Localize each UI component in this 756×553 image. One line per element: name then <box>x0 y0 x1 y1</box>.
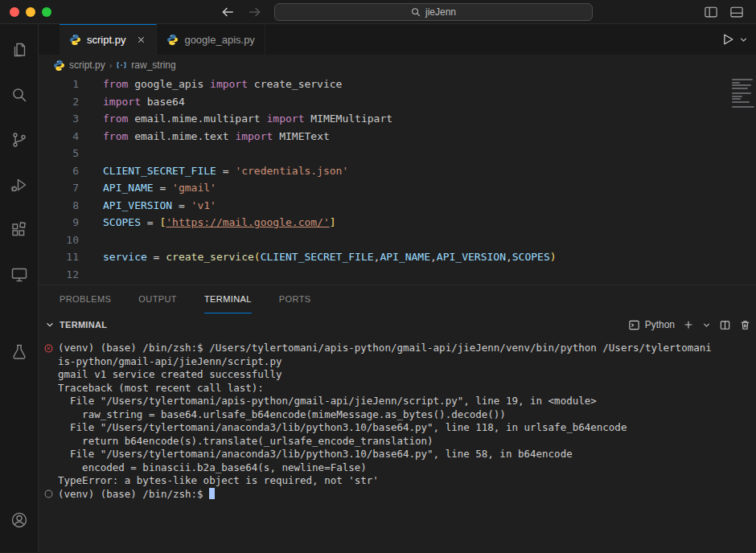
decoration-gutter <box>39 395 58 408</box>
layout-controls <box>703 0 756 24</box>
zoom-window-button[interactable] <box>42 7 51 17</box>
editor-tab[interactable]: script.py <box>60 24 157 55</box>
bottom-panel: PROBLEMSOUTPUTTERMINALPORTS TERMINAL <box>39 285 756 552</box>
code-line[interactable]: 2import base64 <box>39 93 756 111</box>
editor-actions <box>720 24 756 55</box>
code-line[interactable]: 10 <box>39 231 756 249</box>
terminal-line: (venv) (base) /bin/zsh:$ /Users/tylertom… <box>39 342 756 355</box>
new-terminal-button[interactable] <box>683 319 694 330</box>
terminal-text: Traceback (most recent call last): <box>58 382 264 395</box>
line-number: 7 <box>39 179 79 197</box>
line-number: 6 <box>39 162 79 180</box>
line-number: 8 <box>39 197 79 215</box>
kill-terminal-button[interactable] <box>739 319 751 331</box>
command-center-search[interactable]: jieJenn <box>274 3 593 21</box>
minimap[interactable] <box>729 78 756 109</box>
breadcrumb-label: script.py <box>69 59 105 71</box>
decoration-gutter <box>39 421 58 435</box>
breadcrumb-item[interactable]: raw_string <box>116 59 175 71</box>
line-number: 5 <box>39 145 79 162</box>
terminal-text: TypeError: a bytes-like object is requir… <box>58 474 379 488</box>
panel-tab-terminal[interactable]: TERMINAL <box>204 285 252 313</box>
terminal-text: File "/Users/tylertomani/apis-python/gma… <box>58 395 597 408</box>
sidebar-item-account[interactable] <box>0 498 38 543</box>
terminal-launch-chevron-icon[interactable] <box>702 321 711 330</box>
split-terminal-button[interactable] <box>719 319 731 331</box>
forward-arrow-icon[interactable] <box>248 5 262 19</box>
source-control-icon <box>10 130 29 150</box>
run-debug-icon <box>10 175 29 195</box>
line-number: 2 <box>39 93 79 111</box>
decoration-gutter <box>39 461 58 475</box>
command-failed-icon[interactable] <box>39 342 58 355</box>
terminal-text: gmail v1 service created successfully <box>58 368 281 382</box>
terminal-titlebar: TERMINAL Python <box>39 313 756 336</box>
editor-tab[interactable]: google_apis.py <box>157 24 265 55</box>
sidebar-item-remote-explorer[interactable] <box>0 252 38 297</box>
close-window-button[interactable] <box>10 7 19 17</box>
code-line[interactable]: 11service = create_service(CLIENT_SECRET… <box>39 248 756 266</box>
activity-bar-bottom <box>0 498 38 543</box>
terminal-line: raw_string = base64.urlsafe_b64encode(mi… <box>39 408 756 422</box>
close-icon[interactable] <box>136 35 146 45</box>
panel-tab-output[interactable]: OUTPUT <box>138 285 177 313</box>
minimize-window-button[interactable] <box>26 7 35 17</box>
code-text: from email.mime.text import MIMEText <box>79 128 330 145</box>
customize-layout-icon[interactable] <box>729 4 745 20</box>
breadcrumb-label: raw_string <box>131 59 175 71</box>
code-line[interactable]: 3from email.mime.multipart import MIMEMu… <box>39 110 756 128</box>
python-icon <box>69 34 81 46</box>
code-text <box>79 231 103 249</box>
terminal-shell-label: Python <box>645 319 675 330</box>
line-number: 4 <box>39 128 79 145</box>
panel-tab-ports[interactable]: PORTS <box>279 285 311 313</box>
terminal-line: TypeError: a bytes-like object is requir… <box>39 474 756 488</box>
sidebar-item-run-debug[interactable] <box>0 162 38 207</box>
terminal-line: File "/Users/tylertomani/apis-python/gma… <box>39 395 756 408</box>
python-icon <box>166 34 179 46</box>
account-icon <box>10 510 29 530</box>
explorer-icon <box>10 40 29 59</box>
code-line[interactable]: 12 <box>39 266 756 284</box>
decoration-gutter <box>39 435 58 449</box>
breadcrumb: script.py›raw_string <box>39 55 756 76</box>
panel-tab-problems[interactable]: PROBLEMS <box>60 285 111 313</box>
sidebar-item-extensions[interactable] <box>0 207 38 252</box>
run-dropdown-chevron-icon[interactable] <box>739 35 748 44</box>
decoration-gutter <box>39 355 58 369</box>
sidebar-item-explorer[interactable] <box>0 27 38 72</box>
remote-explorer-icon <box>10 265 29 285</box>
code-text: API_VERSION = 'v1' <box>79 197 216 215</box>
breadcrumb-item[interactable]: script.py <box>53 59 105 72</box>
code-line[interactable]: 6CLIENT_SECRET_FILE = 'credentials.json' <box>39 162 756 180</box>
tab-label: google_apis.py <box>184 34 254 46</box>
decoration-gutter <box>39 382 58 395</box>
sidebar-item-source-control[interactable] <box>0 117 38 162</box>
panel-tab-bar: PROBLEMSOUTPUTTERMINALPORTS <box>39 285 756 313</box>
code-line[interactable]: 5 <box>39 145 756 162</box>
back-arrow-icon[interactable] <box>220 5 235 19</box>
command-prompt-icon[interactable] <box>39 488 58 502</box>
code-line[interactable]: 1from google_apis import create_service <box>39 76 756 93</box>
code-text: CLIENT_SECRET_FILE = 'credentials.json' <box>79 162 348 180</box>
terminal-line: is-python/gmail-api/jieJenn/script.py <box>39 355 756 369</box>
editor-tab-bar: script.pygoogle_apis.py <box>39 24 756 55</box>
sidebar-item-testing[interactable] <box>0 330 38 375</box>
code-line[interactable]: 4from email.mime.text import MIMEText <box>39 128 756 145</box>
code-line[interactable]: 7API_NAME = 'gmail' <box>39 179 756 197</box>
symbol-variable-icon <box>116 59 127 71</box>
toggle-panel-layout-icon[interactable] <box>703 4 719 20</box>
chevron-down-icon[interactable] <box>45 320 55 330</box>
decoration-gutter <box>39 474 58 488</box>
code-line[interactable]: 8API_VERSION = 'v1' <box>39 197 756 215</box>
code-line[interactable]: 9SCOPES = ['https://mail.google.com/'] <box>39 214 756 231</box>
code-editor[interactable]: 1from google_apis import create_service2… <box>39 76 756 285</box>
search-icon <box>411 7 421 17</box>
tab-label: script.py <box>87 34 125 46</box>
sidebar-item-search[interactable] <box>0 72 38 117</box>
run-file-button[interactable] <box>720 31 736 47</box>
terminal-output[interactable]: (venv) (base) /bin/zsh:$ /Users/tylertom… <box>39 336 756 552</box>
terminal-shell-selector[interactable]: Python <box>628 319 675 331</box>
activity-bar <box>0 24 39 552</box>
line-number: 9 <box>39 214 79 231</box>
